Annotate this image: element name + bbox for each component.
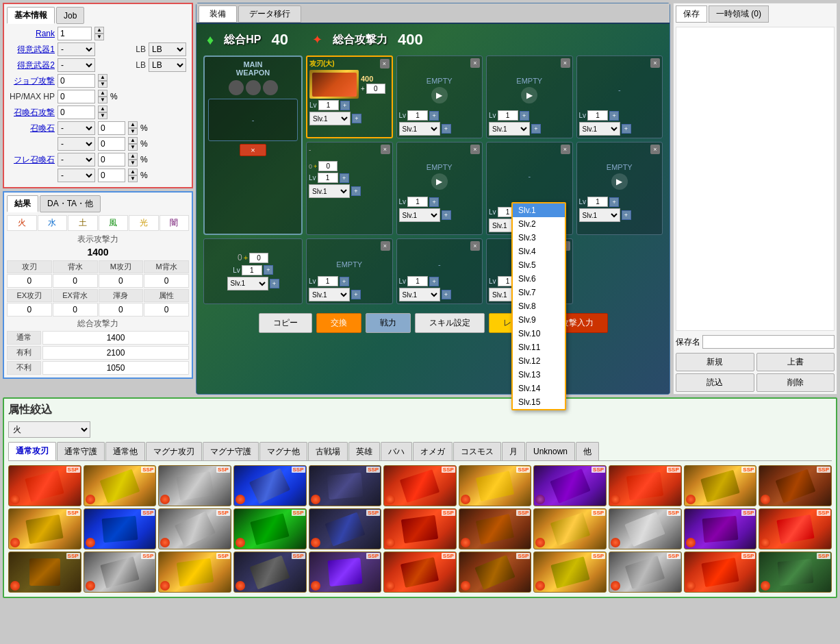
skill-btn[interactable]: スキル設定 — [415, 313, 485, 333]
slot1-slv-btn[interactable]: + — [352, 114, 361, 123]
gallery-item-14[interactable]: SSP — [158, 508, 231, 549]
gallery-item-24[interactable]: SSP — [84, 552, 157, 593]
slot8-slv-btn[interactable]: + — [622, 210, 631, 220]
element-fire[interactable]: 火 — [7, 215, 37, 231]
summon-atk-label[interactable]: 召喚石攻撃 — [7, 107, 55, 119]
gallery-item-3[interactable]: SSP — [158, 465, 231, 506]
main-weapon-slot[interactable]: MAIN WEAPON - × — [203, 55, 303, 235]
overwrite-btn[interactable]: 上書 — [756, 353, 835, 371]
gallery-item-17[interactable]: SSP — [383, 508, 457, 549]
cat-baha[interactable]: バハ — [381, 442, 412, 460]
slot6-slv-select[interactable]: Slv.1 — [399, 208, 440, 222]
slot6-play-btn[interactable]: ▶ — [431, 173, 448, 190]
gallery-item-21[interactable]: SSP — [684, 508, 757, 549]
weapon-slot-9[interactable]: 0 + Lv + Slv.1 + — [203, 238, 303, 304]
dropdown-slv11[interactable]: Slv.11 — [513, 340, 565, 354]
extra-select[interactable]: - — [58, 169, 95, 182]
cat-magna-other[interactable]: マグナ他 — [259, 442, 307, 460]
weapon-slot-4[interactable]: × - Lv + Slv.1 + — [576, 55, 663, 138]
slot2-lv-btn[interactable]: + — [429, 111, 439, 121]
gallery-item-8[interactable]: SSP — [533, 465, 607, 506]
gallery-item-12[interactable]: SSP — [8, 508, 81, 549]
slot1-plus-input[interactable] — [366, 84, 385, 94]
dropdown-slv2[interactable]: Slv.2 — [513, 217, 565, 231]
dropdown-slv14[interactable]: Slv.14 — [513, 382, 565, 395]
dropdown-slv15[interactable]: Slv.15 — [513, 395, 565, 409]
gallery-item-20[interactable]: SSP — [609, 508, 682, 549]
slot6-lv-btn[interactable]: + — [429, 197, 439, 207]
gallery-item-18[interactable]: SSP — [459, 508, 532, 549]
slot9-slv-select[interactable]: Slv.1 — [227, 277, 268, 290]
summon1-select[interactable]: - — [58, 121, 95, 135]
dropdown-slv5[interactable]: Slv.5 — [513, 258, 565, 272]
slot11-lv-btn[interactable]: + — [429, 277, 439, 286]
slot3-slv-btn[interactable]: + — [531, 124, 541, 134]
slot11-slv-btn[interactable]: + — [442, 290, 451, 299]
dropdown-slv9[interactable]: Slv.9 — [513, 313, 565, 327]
slot4-slv-btn[interactable]: + — [622, 124, 631, 134]
gallery-item-2[interactable]: SSP — [84, 465, 157, 506]
friend-select[interactable]: - — [58, 153, 95, 166]
slot4-slv-select[interactable]: Slv.1 — [579, 122, 620, 136]
slot6-close-btn[interactable]: × — [470, 145, 480, 154]
main-weapon-close-btn[interactable]: × — [240, 144, 266, 156]
slot3-play-btn[interactable]: ▶ — [521, 87, 537, 103]
gallery-item-26[interactable]: SSP — [233, 552, 307, 593]
slot9-slv-btn[interactable]: + — [270, 279, 279, 288]
gallery-item-5[interactable]: SSP — [309, 465, 382, 506]
hp-up[interactable]: ▲ — [98, 90, 107, 97]
slot9-plus-input[interactable] — [249, 253, 268, 263]
dropdown-slv13[interactable]: Slv.13 — [513, 368, 565, 382]
save-name-input[interactable] — [702, 335, 835, 349]
cat-magna-atk[interactable]: マグナ攻刃 — [146, 442, 202, 460]
rank-input[interactable] — [58, 27, 92, 40]
dropdown-slv1[interactable]: Slv.1 — [513, 203, 565, 217]
job-atk-label[interactable]: ジョブ攻撃 — [7, 75, 55, 87]
tab-basic[interactable]: 基本情報 — [7, 7, 55, 24]
slot3-lv-input[interactable] — [498, 110, 518, 121]
slot8-close-btn[interactable]: × — [650, 145, 660, 154]
slv-dropdown[interactable]: Slv.1 Slv.2 Slv.3 Slv.4 Slv.5 Slv.6 Slv.… — [511, 202, 566, 410]
slot4-lv-input[interactable] — [587, 110, 608, 121]
slot8-lv-input[interactable] — [587, 197, 608, 207]
slot6-lv-input[interactable] — [407, 197, 428, 207]
slot11-slv-select[interactable]: Slv.1 — [399, 288, 440, 301]
slot9-lv-btn[interactable]: + — [264, 265, 273, 275]
weapon-slot-2[interactable]: × EMPTY ▶ Lv + Slv.1 + — [396, 55, 483, 138]
load-btn[interactable]: 読込 — [676, 373, 754, 392]
weapon-slot-6[interactable]: × EMPTY ▶ Lv + Slv.1 + — [396, 142, 483, 235]
job-atk-input[interactable] — [58, 74, 95, 88]
battle-btn[interactable]: 戦力 — [366, 313, 411, 333]
slot7-close-btn[interactable]: × — [561, 145, 570, 154]
slot1-lv-input[interactable] — [318, 100, 339, 110]
dropdown-slv10[interactable]: Slv.10 — [513, 327, 565, 340]
summon-atk-up[interactable]: ▲ — [98, 106, 107, 112]
weapon-slot-5[interactable]: - × 0 + Lv + — [306, 142, 393, 235]
new-btn[interactable]: 新規 — [676, 353, 754, 371]
cat-hero[interactable]: 英雄 — [348, 442, 380, 460]
tokui1-lb-select[interactable]: LB — [149, 42, 186, 56]
rank-label[interactable]: Rank — [7, 29, 55, 38]
weapon-slot-11[interactable]: × - Lv + Slv.1 + — [396, 238, 483, 304]
dropdown-slv6[interactable]: Slv.6 — [513, 272, 565, 286]
summon2-select[interactable]: - — [58, 137, 95, 151]
summon-atk-input[interactable] — [58, 106, 95, 119]
element-filter-select[interactable]: 火 水 土 風 光 闇 — [8, 421, 90, 438]
cat-omega[interactable]: オメガ — [413, 442, 453, 460]
summon2-up[interactable]: ▲ — [128, 137, 138, 144]
element-dark[interactable]: 闇 — [160, 215, 190, 231]
gallery-item-31[interactable]: SSP — [609, 552, 682, 593]
cat-cosmos[interactable]: コスモス — [453, 442, 501, 460]
hp-max-input[interactable] — [58, 90, 95, 103]
cat-unknown[interactable]: Unknown — [526, 442, 575, 460]
slot3-lv-btn[interactable]: + — [520, 111, 529, 121]
gallery-item-32[interactable]: SSP — [684, 552, 757, 593]
tokui2-select[interactable]: - — [58, 58, 95, 72]
slot5-lv-btn[interactable]: + — [340, 173, 349, 183]
cat-normal-atk[interactable]: 通常攻刃 — [8, 442, 56, 460]
friend-down[interactable]: ▼ — [128, 160, 138, 166]
slot5-close-btn[interactable]: × — [381, 145, 390, 154]
gallery-item-25[interactable]: SSP — [158, 552, 231, 593]
element-earth[interactable]: 土 — [68, 215, 98, 231]
dropdown-slv8[interactable]: Slv.8 — [513, 299, 565, 313]
